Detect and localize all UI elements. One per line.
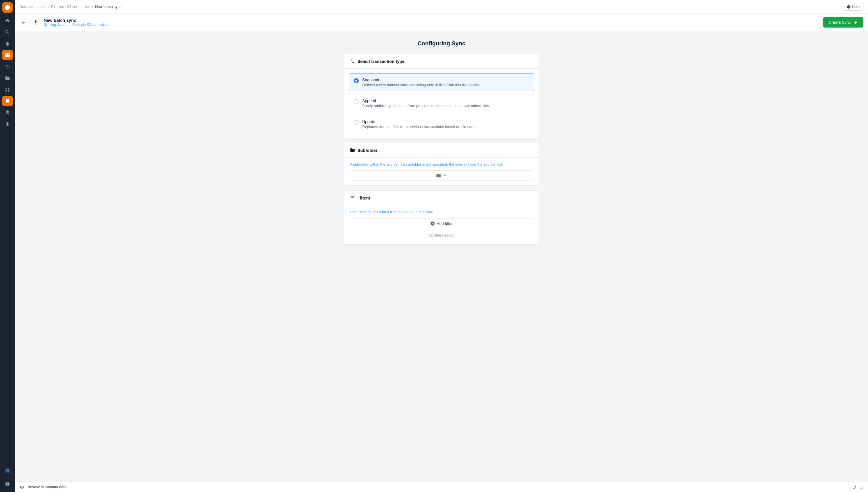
- option-append-label: Append: [362, 98, 490, 103]
- filters-section-title: Filters: [357, 195, 370, 200]
- subfolder-header: Subfolder: [344, 143, 539, 157]
- transaction-icon: [350, 58, 355, 64]
- sub-header: New batch sync Syncing data from Example…: [15, 14, 868, 31]
- radio-snapshot: [354, 78, 359, 83]
- transaction-type-card: Select transaction type Snapshot Defines…: [344, 54, 539, 138]
- option-snapshot-desc: Defines a new dataset state consisting o…: [362, 83, 481, 87]
- filters-card: Filters Use filters to limit which files…: [344, 190, 539, 245]
- subheader-subtitle: Syncing data from Example S3 connection: [44, 23, 819, 27]
- filters-description: Use filters to limit which files to incl…: [350, 210, 533, 214]
- sidebar-item-database[interactable]: [2, 96, 13, 106]
- radio-append: [354, 99, 359, 104]
- subheader-title: New batch sync: [44, 18, 819, 23]
- option-update-text: Update Replaces existing files from prev…: [362, 119, 478, 129]
- breadcrumb-s3-connection[interactable]: Example S3 connection: [51, 5, 91, 9]
- add-filter-button[interactable]: Add filter: [350, 218, 533, 229]
- subheader-info: New batch sync Syncing data from Example…: [44, 18, 819, 27]
- sidebar-item-search[interactable]: [2, 27, 13, 37]
- subfolder-section-title: Subfolder: [357, 148, 377, 153]
- add-filter-label: Add filter: [437, 221, 452, 226]
- expand-icon[interactable]: [859, 485, 863, 489]
- top-navigation: Data connection › Example S3 connection …: [15, 0, 868, 14]
- sidebar-item-home[interactable]: [2, 16, 13, 26]
- breadcrumb-data-connection[interactable]: Data connection: [20, 5, 47, 9]
- sidebar: [0, 0, 15, 492]
- option-update-desc: Replaces existing files from previous tr…: [362, 125, 478, 129]
- back-button[interactable]: [20, 18, 28, 26]
- breadcrumb-sep-2: ›: [92, 5, 93, 9]
- breadcrumb-current: New batch sync: [95, 5, 121, 9]
- option-append-text: Append Purely additive, yields data from…: [362, 98, 490, 108]
- sidebar-item-grid[interactable]: [2, 84, 13, 95]
- radio-update: [354, 120, 359, 125]
- app-logo: [2, 2, 13, 13]
- filters-header: Filters: [344, 191, 539, 205]
- refresh-icon[interactable]: [852, 485, 857, 489]
- sidebar-item-notifications[interactable]: [2, 39, 13, 49]
- help-button[interactable]: Help: [843, 3, 863, 10]
- create-sync-label: Create Sync: [829, 20, 851, 25]
- filter-icon: [350, 195, 355, 200]
- transaction-section-title: Select transaction type: [357, 59, 404, 64]
- sidebar-item-layers[interactable]: [2, 107, 13, 118]
- option-snapshot[interactable]: Snapshot Defines a new dataset state con…: [349, 73, 534, 91]
- help-label: Help: [852, 5, 860, 9]
- folder-icon: [350, 148, 355, 153]
- subfolder-content: A subfolder within the source. If a subf…: [344, 157, 539, 186]
- transaction-type-header: Select transaction type: [344, 54, 539, 69]
- filters-content: Use filters to limit which files to incl…: [344, 205, 539, 244]
- subfolder-input[interactable]: [350, 171, 533, 181]
- option-append-desc: Purely additive, yields data from previo…: [362, 104, 490, 108]
- sidebar-item-integrations[interactable]: [2, 466, 13, 476]
- option-snapshot-label: Snapshot: [362, 77, 481, 82]
- no-filters-text: No filters added: [350, 232, 533, 240]
- subfolder-description: A subfolder within the source. If a subf…: [350, 162, 533, 167]
- add-filter-icon: [430, 221, 435, 226]
- breadcrumb: Data connection › Example S3 connection …: [20, 5, 841, 9]
- preview-label: Preview of inbound data: [26, 485, 66, 489]
- option-snapshot-text: Snapshot Defines a new dataset state con…: [362, 77, 481, 87]
- download-button[interactable]: [31, 18, 40, 27]
- sidebar-item-upload[interactable]: [2, 119, 13, 129]
- breadcrumb-sep-1: ›: [48, 5, 49, 9]
- preview-eye-icon: [20, 485, 24, 489]
- sidebar-item-history[interactable]: [2, 62, 13, 72]
- subfolder-card: Subfolder A subfolder within the source.…: [344, 143, 539, 186]
- content-area: Configuring Sync Select transaction type…: [15, 31, 868, 482]
- page-title: Configuring Sync: [344, 40, 539, 47]
- preview-bar: Preview of inbound data: [15, 482, 868, 492]
- sidebar-item-folder[interactable]: [2, 73, 13, 83]
- main-content: Data connection › Example S3 connection …: [15, 0, 868, 492]
- sidebar-item-help[interactable]: [2, 479, 13, 489]
- subfolder-folder-icon: [436, 173, 441, 178]
- create-sync-button[interactable]: Create Sync: [823, 17, 863, 28]
- sidebar-item-messages[interactable]: [2, 50, 13, 60]
- option-update-label: Update: [362, 119, 478, 124]
- preview-bar-actions: [852, 485, 863, 489]
- option-append[interactable]: Append Purely additive, yields data from…: [349, 94, 534, 112]
- transaction-options: Snapshot Defines a new dataset state con…: [344, 69, 539, 138]
- subfolder-dropdown-icon: [443, 174, 447, 178]
- option-update[interactable]: Update Replaces existing files from prev…: [349, 115, 534, 133]
